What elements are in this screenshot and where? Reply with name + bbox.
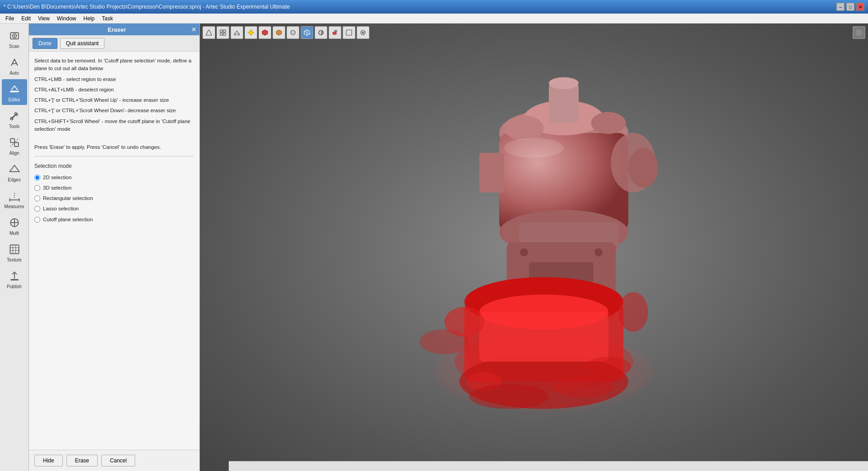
svg-marker-9 xyxy=(9,165,19,171)
radio-rectangular-selection[interactable]: Rectangular selection xyxy=(34,195,194,202)
menu-task[interactable]: Task xyxy=(98,14,117,23)
svg-point-78 xyxy=(504,138,564,158)
cancel-button[interactable]: Cancel xyxy=(101,455,135,466)
radio-cutoff-selection[interactable]: Cutoff plane selection xyxy=(34,216,194,224)
selection-radio-group: 2D selection 3D selection Rectangular se… xyxy=(34,174,194,224)
3d-model-display xyxy=(200,24,868,471)
status-bar xyxy=(229,461,868,471)
svg-point-50 xyxy=(504,115,544,140)
hide-button[interactable]: Hide xyxy=(34,455,63,466)
sidebar-item-publish[interactable]: Publish xyxy=(2,266,27,292)
svg-point-75 xyxy=(586,357,631,376)
viewport[interactable] xyxy=(200,24,868,471)
instruction-1: Select data to be removed. In 'Cutoff pl… xyxy=(34,57,194,73)
sidebar-tools-label: Tools xyxy=(9,124,19,129)
close-button[interactable]: ✕ xyxy=(856,3,864,11)
quit-assistant-button[interactable]: Quit assistant xyxy=(60,38,105,49)
sidebar-item-editor[interactable]: Editor xyxy=(2,79,27,105)
sidebar-item-tools[interactable]: Tools xyxy=(2,106,27,132)
svg-point-60 xyxy=(520,248,528,257)
radio-3d-label: 3D selection xyxy=(43,184,71,192)
instruction-7: Press 'Erase' to apply. Press 'Cancel' t… xyxy=(34,143,194,151)
sidebar-item-auto[interactable]: Auto xyxy=(2,52,27,78)
svg-rect-4 xyxy=(10,91,19,93)
title-bar-controls: – □ ✕ xyxy=(836,3,864,11)
svg-rect-6 xyxy=(10,138,14,143)
menu-help[interactable]: Help xyxy=(80,14,99,23)
sidebar-item-scan[interactable]: Scan xyxy=(2,26,27,52)
sidebar-align-label: Align xyxy=(9,151,19,156)
svg-point-72 xyxy=(618,292,648,332)
sidebar-item-edges[interactable]: Edges xyxy=(2,159,27,185)
title-bar: * C:\Users\Den B\Documents\Artec Studio … xyxy=(0,0,868,14)
sidebar-publish-label: Publish xyxy=(7,284,22,289)
menu-edit[interactable]: Edit xyxy=(18,14,34,23)
radio-2d-label: 2D selection xyxy=(43,174,71,181)
radio-2d-selection[interactable]: 2D selection xyxy=(34,174,194,181)
divider xyxy=(34,156,194,157)
svg-rect-17 xyxy=(10,245,19,253)
edges-icon xyxy=(7,162,22,176)
sidebar-item-multi[interactable]: Multi xyxy=(2,213,27,238)
panel-content: Select data to be removed. In 'Cutoff pl… xyxy=(29,52,199,450)
editor-panel-title: Eraser xyxy=(42,26,191,33)
menu-view[interactable]: View xyxy=(34,14,53,23)
editor-toolbar: Done Quit assistant xyxy=(29,35,199,52)
minimize-button[interactable]: – xyxy=(836,3,844,11)
scan-icon xyxy=(7,29,22,43)
sidebar-scan-label: Scan xyxy=(9,44,19,49)
instruction-6: CTRL+SHIFT+'Scroll Wheel' - move the cut… xyxy=(34,118,194,133)
editor-icon xyxy=(7,82,22,96)
sidebar-item-texture[interactable]: Texture xyxy=(2,239,27,265)
done-button[interactable]: Done xyxy=(33,38,57,49)
radio-2d-input[interactable] xyxy=(34,175,40,181)
erase-button[interactable]: Erase xyxy=(66,455,98,466)
editor-panel: Eraser ✕ Done Quit assistant Select data… xyxy=(29,24,200,471)
sidebar-edges-label: Edges xyxy=(8,177,20,182)
radio-cutoff-label: Cutoff plane selection xyxy=(43,216,93,224)
sidebar-auto-label: Auto xyxy=(9,71,19,76)
main-layout: Scan Auto Editor xyxy=(0,24,868,471)
radio-lasso-input[interactable] xyxy=(34,206,40,212)
svg-point-76 xyxy=(469,384,549,409)
texture-icon-sidebar xyxy=(7,242,22,257)
radio-cutoff-input[interactable] xyxy=(34,217,40,223)
radio-lasso-label: Lasso selection xyxy=(43,205,79,213)
instruction-3: CTRL+ALT+LMB - deselect region xyxy=(34,86,194,94)
multi-icon xyxy=(7,215,22,230)
maximize-button[interactable]: □ xyxy=(846,3,854,11)
measures-icon xyxy=(7,189,22,203)
sidebar-editor-label: Editor xyxy=(8,97,20,102)
radio-rect-label: Rectangular selection xyxy=(43,195,93,202)
radio-rect-input[interactable] xyxy=(34,195,40,201)
radio-3d-selection[interactable]: 3D selection xyxy=(34,184,194,192)
svg-point-2 xyxy=(14,35,15,37)
radio-lasso-selection[interactable]: Lasso selection xyxy=(34,205,194,213)
selection-mode-label: Selection mode xyxy=(34,162,194,170)
panel-close-button[interactable]: ✕ xyxy=(191,26,197,33)
svg-point-73 xyxy=(420,329,469,354)
svg-point-61 xyxy=(594,248,603,257)
instruction-2: CTRL+LMB - select region to erase xyxy=(34,76,194,83)
menu-bar: File Edit View Window Help Task xyxy=(0,14,868,24)
svg-rect-18 xyxy=(10,279,19,281)
auto-icon xyxy=(7,55,22,70)
svg-point-77 xyxy=(554,376,613,397)
svg-point-70 xyxy=(479,295,609,329)
panel-buttons: Hide Erase Cancel xyxy=(29,450,199,471)
title-bar-left: * C:\Users\Den B\Documents\Artec Studio … xyxy=(4,4,290,10)
menu-file[interactable]: File xyxy=(2,14,18,23)
svg-point-53 xyxy=(549,77,579,89)
sidebar-item-align[interactable]: Align xyxy=(2,133,27,158)
menu-window[interactable]: Window xyxy=(53,14,80,23)
radio-3d-input[interactable] xyxy=(34,185,40,191)
svg-rect-7 xyxy=(14,143,19,147)
instruction-4: CTRL+']' or CTRL+'Scroll Wheel Up' - inc… xyxy=(34,96,194,104)
publish-icon xyxy=(7,269,22,283)
app-title: * C:\Users\Den B\Documents\Artec Studio … xyxy=(4,4,290,10)
sidebar-item-measures[interactable]: Measures xyxy=(2,186,27,212)
editor-panel-header: Eraser ✕ xyxy=(29,24,199,35)
svg-point-55 xyxy=(628,148,658,188)
sidebar: Scan Auto Editor xyxy=(0,24,29,471)
svg-point-51 xyxy=(591,112,626,134)
